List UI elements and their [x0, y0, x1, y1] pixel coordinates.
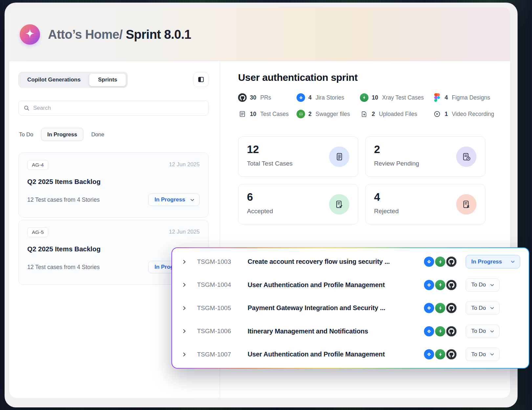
- github-icon: [446, 280, 456, 290]
- chevron-down-icon: [190, 197, 195, 202]
- chevron-down-icon: [490, 329, 495, 334]
- chevron-down-icon: [490, 306, 495, 310]
- xray-icon: [435, 303, 445, 313]
- chevron-right-icon[interactable]: [181, 259, 187, 265]
- search-box: [18, 101, 209, 116]
- story-title: Itinerary Management and Notifications: [248, 328, 424, 335]
- sprint-date: 12 Jun 2025: [169, 161, 200, 168]
- jira-icon: [424, 280, 434, 290]
- sprint-card-meta: 12 Test cases from 4 Stories: [27, 196, 100, 203]
- video-recording-icon: [433, 110, 441, 118]
- story-title: User Authentication and Profile Manageme…: [248, 281, 424, 289]
- view-tab-group: Copilot Generations Sprints: [18, 72, 128, 88]
- page-title: Atto’s Home/ Sprint 8.0.1: [48, 28, 191, 42]
- document-lines-icon: [329, 147, 349, 167]
- github-icon: [238, 93, 247, 102]
- filter-to-do[interactable]: To Do: [18, 131, 34, 138]
- file-upload-icon: [360, 110, 368, 118]
- jira-icon: [424, 257, 434, 267]
- stat-test-cases: 10 Test Cases: [238, 110, 297, 118]
- sidebar-toolbar: Copilot Generations Sprints: [18, 72, 209, 88]
- sidebar-layout-icon: [197, 76, 205, 83]
- story-title: Payment Gateway Integration and Security…: [248, 304, 424, 312]
- sprint-card-title: Q2 2025 Items Backlog: [27, 178, 200, 186]
- story-status-dropdown[interactable]: In Progress: [466, 255, 520, 268]
- panel-toggle-button[interactable]: [193, 72, 209, 87]
- story-id: TSGM-1004: [197, 281, 240, 288]
- story-title: Create account recovery flow using secur…: [248, 258, 424, 265]
- github-icon: [446, 326, 456, 336]
- sprint-id-badge: AG-5: [27, 227, 48, 237]
- document-x-icon: [456, 194, 477, 215]
- xray-icon: [360, 93, 368, 102]
- story-row[interactable]: TSGM-1004 User Authentication and Profil…: [172, 274, 529, 296]
- desktop-background: { "app": { "title_prefix": "Atto’s Home/…: [0, 0, 532, 410]
- chevron-right-icon[interactable]: [181, 305, 187, 311]
- filter-in-progress[interactable]: In Progress: [41, 128, 83, 141]
- summary-card-rejected: 4 Rejected: [365, 184, 485, 224]
- jira-icon: [297, 93, 305, 102]
- story-status-label: To Do: [471, 328, 486, 334]
- sprint-status-label: In Progress: [154, 196, 185, 203]
- story-row[interactable]: TSGM-1003 Create account recovery flow u…: [172, 251, 529, 273]
- chevron-right-icon[interactable]: [181, 352, 187, 357]
- figma-icon: [433, 93, 441, 102]
- summary-cards: 12 Total Test Cases 2 Review Pending: [238, 136, 485, 224]
- story-status-dropdown[interactable]: To Do: [466, 278, 499, 292]
- test-case-doc-icon: [238, 110, 247, 118]
- sprint-stats: 30 PRs 4 Jira Stories 10 Xray Test Cases: [238, 93, 494, 118]
- summary-card-review-pending: 2 Review Pending: [365, 136, 485, 177]
- story-row[interactable]: TSGM-1005 Payment Gateway Integration an…: [172, 297, 529, 319]
- tab-sprints[interactable]: Sprints: [89, 73, 126, 86]
- story-status-label: To Do: [471, 282, 486, 288]
- story-title: User Authentication and Profile Manageme…: [248, 351, 424, 358]
- story-id: TSGM-1005: [197, 305, 240, 312]
- breadcrumb-prefix: Atto’s Home/: [48, 28, 122, 41]
- xray-icon: [435, 349, 445, 359]
- filter-done[interactable]: Done: [91, 131, 105, 138]
- github-icon: [446, 257, 456, 267]
- stat-figma-designs: 4 Figma Designs: [433, 93, 494, 102]
- stat-jira-stories: 4 Jira Stories: [297, 93, 360, 102]
- story-status-label: To Do: [471, 351, 486, 358]
- sparkle-logo-icon: [20, 24, 40, 45]
- jira-icon: [424, 326, 434, 336]
- tab-copilot-generations[interactable]: Copilot Generations: [19, 77, 89, 83]
- jira-icon: [424, 349, 434, 359]
- story-status-dropdown[interactable]: To Do: [466, 348, 499, 361]
- stat-xray-test-cases: 10 Xray Test Cases: [360, 93, 433, 102]
- stat-swagger-files: 2 Swagger files: [297, 110, 360, 118]
- breadcrumb-current: Sprint 8.0.1: [126, 28, 191, 41]
- story-status-dropdown[interactable]: To Do: [466, 301, 499, 315]
- story-status-label: To Do: [471, 305, 486, 311]
- stat-video-recording: 1 Video Recording: [433, 110, 494, 118]
- sprint-card[interactable]: AG-4 12 Jun 2025 Q2 2025 Items Backlog 1…: [18, 152, 209, 217]
- xray-icon: [435, 280, 445, 290]
- search-input[interactable]: [33, 105, 204, 111]
- story-row[interactable]: TSGM-1007 User Authentication and Profil…: [172, 344, 529, 365]
- chevron-right-icon[interactable]: [181, 282, 187, 288]
- swagger-icon: [297, 110, 305, 118]
- brand: Atto’s Home/ Sprint 8.0.1: [20, 24, 191, 45]
- app-header: Atto’s Home/ Sprint 8.0.1: [9, 7, 510, 61]
- story-id: TSGM-1006: [197, 328, 240, 335]
- sprint-date: 12 Jun 2025: [169, 229, 200, 235]
- chevron-down-icon: [510, 259, 515, 264]
- chevron-right-icon[interactable]: [181, 328, 187, 334]
- stat-prs: 30 PRs: [238, 93, 297, 102]
- story-id: TSGM-1007: [197, 351, 240, 358]
- story-status-dropdown[interactable]: To Do: [466, 325, 499, 338]
- chevron-down-icon: [490, 352, 495, 357]
- sprint-status-dropdown[interactable]: In Progress: [148, 194, 200, 206]
- document-clock-icon: [456, 147, 477, 167]
- sprint-title: User authentication sprint: [238, 72, 358, 83]
- summary-card-accepted: 6 Accepted: [238, 184, 358, 224]
- xray-icon: [435, 326, 445, 336]
- story-list-panel: TSGM-1003 Create account recovery flow u…: [171, 247, 529, 369]
- story-row[interactable]: TSGM-1006 Itinerary Management and Notif…: [172, 320, 529, 342]
- document-check-icon: [329, 194, 349, 215]
- sprint-card-meta: 12 Test cases from 4 Stories: [27, 264, 100, 271]
- xray-icon: [435, 257, 445, 267]
- story-status-label: In Progress: [471, 259, 502, 265]
- summary-card-total-test-cases: 12 Total Test Cases: [238, 136, 358, 177]
